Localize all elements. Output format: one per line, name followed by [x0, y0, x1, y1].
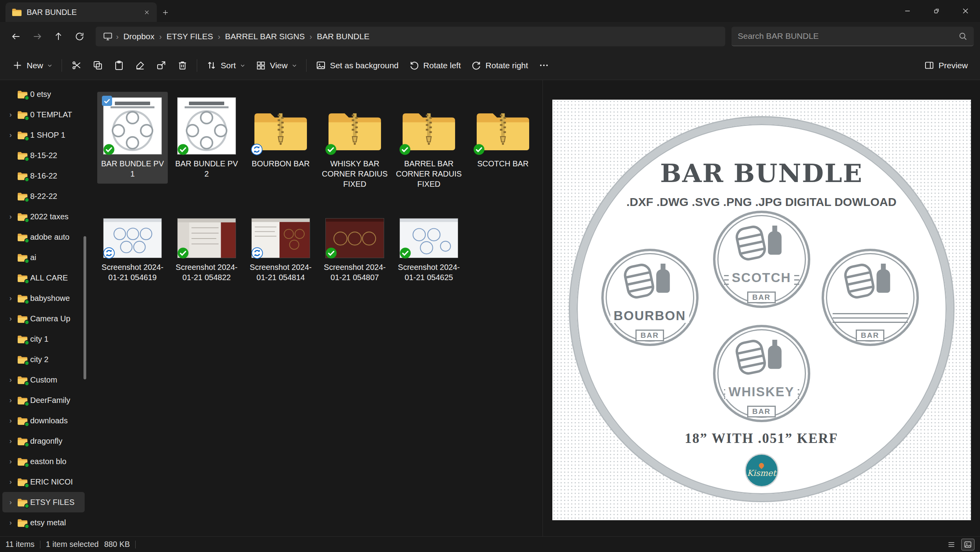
cut-button[interactable] [66, 55, 87, 76]
close-button[interactable] [951, 0, 980, 22]
sort-button[interactable]: Sort [201, 55, 250, 76]
breadcrumb-item-etsy-files[interactable]: ETSY FILES [163, 30, 217, 43]
sync-complete-icon [103, 144, 115, 155]
file-tile-screenshot-054814[interactable]: Screenshot 2024-01-21 054814 [245, 211, 316, 287]
chevron-right-icon[interactable]: › [6, 131, 15, 139]
sidebar-item-dragonfly[interactable]: ›dragonfly [2, 431, 85, 451]
chevron-right-icon[interactable]: › [6, 111, 15, 119]
sidebar-item-8-16-22[interactable]: 8-16-22 [2, 166, 85, 186]
rotate-left-button[interactable]: Rotate left [404, 55, 466, 76]
chevron-right-icon[interactable]: › [6, 437, 15, 445]
file-tile-bourbon-bar[interactable]: BOURBON BAR [245, 92, 316, 173]
toolbar-divider [197, 59, 197, 72]
set-as-background-button[interactable]: Set as background [310, 55, 404, 76]
rotate-right-button[interactable]: Rotate right [466, 55, 534, 76]
sidebar-scrollbar[interactable] [83, 236, 86, 379]
sidebar-item-1-shop-1[interactable]: ›1 SHOP 1 [2, 125, 85, 145]
file-tile-bar-bundle-pv-2[interactable]: BAR BUNDLE PV 2 [171, 92, 242, 184]
paste-button[interactable] [108, 55, 129, 76]
sidebar-item-label: 2022 taxes [30, 212, 69, 221]
chevron-right-icon[interactable]: › [6, 376, 15, 384]
sidebar-item-label: downloads [30, 416, 68, 425]
checkbox-icon[interactable] [102, 96, 112, 106]
sidebar-item-etsy-metal[interactable]: ›etsy metal [2, 512, 85, 533]
explorer-tab[interactable]: BAR BUNDLE [5, 2, 157, 22]
back-button[interactable] [6, 27, 26, 46]
chevron-right-icon[interactable]: › [6, 213, 15, 221]
sidebar-item-adobe-auto[interactable]: adobe auto [2, 227, 85, 247]
search-icon[interactable] [958, 31, 967, 41]
rename-button[interactable] [129, 55, 151, 76]
new-button[interactable]: New [7, 55, 58, 76]
breadcrumb-item-dropbox[interactable]: Dropbox [120, 30, 158, 43]
rotate-right-icon [471, 60, 482, 71]
sidebar-item-etsy-files[interactable]: ›ETSY FILES [2, 492, 85, 512]
new-label: New [27, 61, 43, 70]
preview-toggle-button[interactable]: Preview [919, 55, 973, 76]
share-button[interactable] [151, 55, 172, 76]
chevron-right-icon[interactable]: › [6, 417, 15, 425]
file-tile-barrel-bar[interactable]: BARREL BAR CORNER RADUIS FIXED [394, 92, 464, 194]
tab-close-button[interactable] [140, 6, 153, 18]
sidebar-item-city-1[interactable]: city 1 [2, 329, 85, 349]
file-tile-whisky-bar[interactable]: WHISKY BAR CORNER RADIUS FIXED [319, 92, 390, 194]
sidebar-item-2022-taxes[interactable]: ›2022 taxes [2, 206, 85, 227]
file-tile-screenshot-054807: Screenshot 2024-01-21 054807 [319, 211, 390, 287]
sync-complete-icon [399, 144, 411, 155]
details-view-button[interactable] [945, 539, 958, 550]
search-box[interactable] [731, 27, 974, 46]
breadcrumb-item-barrel-bar-signs[interactable]: BARREL BAR SIGNS [221, 30, 309, 43]
chevron-right-icon[interactable]: › [6, 396, 15, 404]
chevron-right-icon[interactable]: › [6, 457, 15, 466]
flame-drop-icon [758, 462, 765, 469]
file-tile-screenshot-054619[interactable]: Screenshot 2024-01-21 054619 [97, 211, 168, 287]
sidebar-item-label: ai [30, 253, 36, 262]
chevron-right-icon[interactable]: › [6, 478, 15, 486]
sidebar-item-deerfamily[interactable]: ›DeerFamily [2, 390, 85, 410]
copy-button[interactable] [87, 55, 108, 76]
scotch-badge: SCOTCH BAR [713, 211, 810, 308]
chevron-right-icon[interactable]: › [6, 294, 15, 302]
sidebar-item-0-templat[interactable]: ›0 TEMPLAT [2, 104, 85, 125]
sync-complete-icon [24, 463, 29, 468]
sidebar-item-label: easton blo [30, 457, 66, 466]
view-button[interactable]: View [250, 55, 302, 76]
chevron-right-icon[interactable]: › [6, 519, 15, 527]
up-button[interactable] [49, 27, 68, 46]
sidebar-item-easton-blo[interactable]: ›easton blo [2, 451, 85, 472]
restore-button[interactable] [922, 0, 951, 22]
sidebar-item-8-15-22[interactable]: 8-15-22 [2, 145, 85, 166]
item-count: 11 items [5, 540, 34, 549]
sidebar-item-babyshowe[interactable]: ›babyshowe [2, 288, 85, 308]
chevron-right-icon[interactable]: › [6, 315, 15, 323]
file-tile-bar-bundle-pv-1[interactable]: BAR BUNDLE PV 1 [97, 92, 168, 184]
sidebar-item-label: adobe auto [30, 233, 69, 242]
chevron-right-icon[interactable]: › [6, 498, 15, 506]
file-tile-screenshot-054822[interactable]: Screenshot 2024-01-21 054822 [171, 211, 242, 287]
large-icons-view-button[interactable] [961, 539, 975, 550]
sync-complete-icon [24, 361, 29, 366]
sync-pending-icon [251, 247, 263, 259]
refresh-button[interactable] [70, 27, 89, 46]
sidebar-item-camera-up[interactable]: ›Camera Up [2, 308, 85, 329]
sidebar-item-all-care[interactable]: ALL CARE [2, 268, 85, 288]
sidebar-item-eric-nicoi[interactable]: ›ERIC NICOI [2, 472, 85, 492]
folder-icon [12, 8, 22, 16]
new-tab-button[interactable] [159, 6, 172, 19]
file-tile-screenshot-054625[interactable]: Screenshot 2024-01-21 054625 [394, 211, 464, 287]
forward-button[interactable] [27, 27, 47, 46]
sidebar-item-downloads[interactable]: ›downloads [2, 410, 85, 431]
sidebar-item-8-22-22[interactable]: 8-22-22 [2, 186, 85, 206]
sidebar-item-ai[interactable]: ai [2, 247, 85, 268]
minimize-button[interactable] [893, 0, 922, 22]
sidebar-item-custom[interactable]: ›Custom [2, 370, 85, 390]
file-tile-scotch-bar[interactable]: SCOTCH BAR [468, 92, 538, 173]
file-name: Screenshot 2024-01-21 054807 [320, 262, 389, 282]
more-options-button[interactable] [533, 55, 554, 76]
sidebar-item-0-etsy[interactable]: 0 etsy [2, 84, 85, 104]
breadcrumb-item-bar-bundle[interactable]: BAR BUNDLE [313, 30, 373, 43]
sidebar-item-city-2[interactable]: city 2 [2, 349, 85, 370]
search-input[interactable] [738, 31, 954, 41]
delete-button[interactable] [172, 55, 193, 76]
sync-complete-icon [24, 524, 29, 529]
